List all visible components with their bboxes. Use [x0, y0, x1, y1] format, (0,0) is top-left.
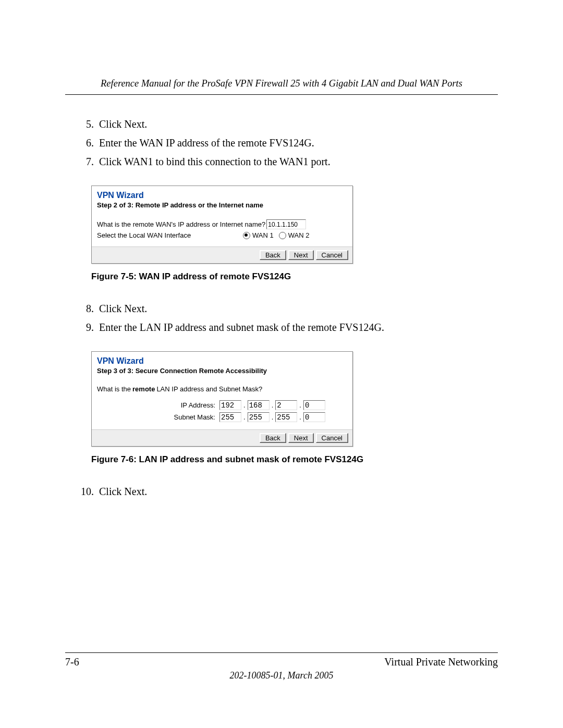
instruction-list-2: Click Next. Enter the LAN IP address and… [65, 300, 498, 336]
ip-address-row: IP Address: . . . [97, 400, 347, 410]
wan2-radio-label: WAN 2 [288, 231, 310, 239]
wan2-radio[interactable]: WAN 2 [279, 231, 310, 239]
step-9: Enter the LAN IP address and subnet mask… [96, 319, 498, 336]
subnet-mask-label: Subnet Mask: [97, 413, 219, 421]
ip-octet-4[interactable] [303, 400, 325, 410]
next-button[interactable]: Next [288, 433, 314, 443]
back-button[interactable]: Back [260, 433, 286, 443]
cancel-button[interactable]: Cancel [316, 250, 348, 260]
wizard-subtitle: Step 2 of 3: Remote IP address or the In… [97, 201, 347, 209]
local-wan-interface-label: Select the Local WAN Interface [97, 231, 243, 239]
figure-7-6-caption: Figure 7-6: LAN IP address and subnet ma… [91, 454, 498, 465]
ip-address-label: IP Address: [97, 401, 219, 409]
section-name: Virtual Private Networking [384, 656, 498, 668]
page-number: 7-6 [65, 656, 79, 668]
step-10: Click Next. [96, 483, 498, 500]
remote-wan-question-label: What is the remote WAN's IP address or I… [97, 220, 265, 228]
mask-octet-4[interactable] [303, 412, 325, 422]
document-id: 202-10085-01, March 2005 [65, 670, 498, 681]
mask-octet-1[interactable] [219, 412, 241, 422]
ip-octet-1[interactable] [219, 400, 241, 410]
vpn-wizard-step3-panel: VPN Wizard Step 3 of 3: Secure Connectio… [91, 351, 353, 447]
cancel-button[interactable]: Cancel [316, 433, 348, 443]
remote-wan-ip-input[interactable] [266, 219, 306, 229]
wan1-radio-label: WAN 1 [252, 231, 274, 239]
step-8: Click Next. [96, 300, 498, 317]
page-footer: 7-6 Virtual Private Networking 202-10085… [65, 652, 498, 681]
wizard-title: VPN Wizard [97, 356, 347, 366]
remote-lan-question: What is the remote LAN IP address and Su… [97, 385, 347, 393]
subnet-mask-row: Subnet Mask: . . . [97, 412, 347, 422]
instruction-list-1: Click Next. Enter the WAN IP address of … [65, 116, 498, 170]
document-header: Reference Manual for the ProSafe VPN Fir… [65, 78, 498, 95]
step-6: Enter the WAN IP address of the remote F… [96, 134, 498, 151]
ip-octet-2[interactable] [248, 400, 270, 410]
wizard-title: VPN Wizard [97, 191, 347, 200]
wan1-radio[interactable]: WAN 1 [243, 231, 274, 239]
vpn-wizard-step2-panel: VPN Wizard Step 2 of 3: Remote IP addres… [91, 186, 353, 264]
wizard-subtitle: Step 3 of 3: Secure Connection Remote Ac… [97, 367, 347, 375]
step-5: Click Next. [96, 116, 498, 132]
radio-selected-icon [243, 232, 250, 239]
instruction-list-3: Click Next. [65, 483, 498, 500]
figure-7-5-caption: Figure 7-5: WAN IP address of remote FVS… [91, 272, 498, 282]
next-button[interactable]: Next [288, 250, 314, 260]
back-button[interactable]: Back [260, 250, 286, 260]
ip-octet-3[interactable] [275, 400, 297, 410]
radio-unselected-icon [279, 232, 286, 239]
step-7: Click WAN1 to bind this connection to th… [96, 153, 498, 170]
local-wan-interface-row: Select the Local WAN Interface WAN 1 WAN… [97, 231, 347, 239]
remote-wan-question-row: What is the remote WAN's IP address or I… [97, 219, 347, 229]
mask-octet-2[interactable] [248, 412, 270, 422]
mask-octet-3[interactable] [275, 412, 297, 422]
